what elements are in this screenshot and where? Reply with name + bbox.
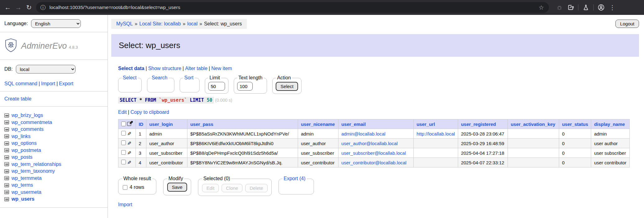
breadcrumb-server-link[interactable]: Local Site: locallab [139,21,181,26]
bookmark-star-icon[interactable]: ☆ [537,4,546,11]
row-select-checkbox[interactable] [121,160,126,164]
table-icon[interactable] [4,190,9,194]
table-link[interactable]: wp_terms [12,182,33,188]
create-table-link[interactable]: Create table [4,96,31,101]
table-link[interactable]: wp_users [12,196,34,202]
db-select[interactable]: local [16,65,76,73]
labs-flask-icon[interactable] [581,2,591,12]
sql-star: * [139,97,142,103]
table-icon[interactable] [4,183,9,187]
table-link[interactable]: wp_links [12,134,30,139]
sort-link[interactable]: Sort [184,75,193,80]
row-select-checkbox[interactable] [121,131,126,136]
row-select-checkbox[interactable] [121,140,126,145]
table-link[interactable]: wp_termmeta [12,176,42,181]
column-header-link[interactable]: display_name [594,122,625,127]
url-text[interactable]: localhost:10035/?username=root&db=local&… [49,5,537,10]
table-link[interactable]: wp_term_taxonomy [12,168,55,174]
edit-sql-link[interactable]: Edit [118,109,127,115]
select-submit-button[interactable]: Select [276,82,298,91]
table-link[interactable]: wp_options [12,140,37,146]
divider [0,106,108,107]
column-header-link[interactable]: user_email [341,122,366,127]
profile-icon[interactable] [596,2,606,12]
table-icon[interactable] [4,176,9,180]
site-info-icon[interactable]: ⓘ [40,4,46,11]
column-header-link[interactable]: user_status [562,122,588,127]
table-icon[interactable] [4,148,9,152]
browser-menu-icon[interactable]: ⋮ [607,2,617,12]
cell-user-email-link[interactable]: admin@locallab.local [341,131,385,136]
export-results-link[interactable]: Export (4) [284,176,306,181]
column-header-link[interactable]: user_nicename [301,122,335,127]
cell-user-nicename: user_subscriber [298,148,338,158]
breadcrumb-db-link[interactable]: local [187,21,198,26]
forward-icon[interactable]: → [13,2,24,13]
selected-fieldset: Selected (0) Edit Clone Delete [198,176,271,196]
sidebar: Language: English AdminerEvo 4.8.3 DB: [0,15,108,218]
column-header-link[interactable]: ID [139,122,143,127]
cell-user-email-link[interactable]: user_subscriber@locallab.local [341,150,406,156]
import-link[interactable]: Import [41,81,55,86]
select-columns-link[interactable]: Select [123,75,136,80]
column-header-link[interactable]: user_login [149,122,173,127]
divider [0,207,108,208]
bug-extension-icon[interactable] [554,2,564,12]
sql-command-link[interactable]: SQL command [4,81,37,86]
edit-row-link[interactable]: ✎ [127,150,131,156]
edit-row-link[interactable]: ✎ [127,140,131,146]
language-select[interactable]: English [31,19,81,28]
table-link[interactable]: wp_posts [12,154,33,160]
table-link[interactable]: wp_term_relationships [12,162,61,167]
table-icon[interactable] [4,155,9,159]
table-link[interactable]: wp_usermeta [12,189,41,195]
modify-all-icon[interactable]: ✎ [127,121,133,126]
show-structure-link[interactable]: Show structure [148,66,182,71]
copy-to-clipboard-link[interactable]: Copy to clipboard [131,109,169,115]
column-header-link[interactable]: user_pass [190,122,213,127]
table-link[interactable]: wp_brizy_logs [12,113,43,118]
text-length-input[interactable] [237,82,253,91]
cell-user-url-link[interactable]: http://locallab.local [416,131,455,136]
new-item-link[interactable]: New item [211,66,232,71]
save-button[interactable]: Save [167,183,187,192]
search-link[interactable]: Search [152,75,168,80]
breadcrumb-mysql-link[interactable]: MySQL [116,21,133,26]
cell-user-pass: $P$BY8NvYiC2E9w8mMAYJnSGNyd/sB.Jq. [187,158,298,167]
cell-user-registered: 2025-03-28 23:06:47 [458,129,508,139]
table-icon[interactable] [4,141,9,145]
cell-user-email-link[interactable]: user_contributor@locallab.local [341,160,407,165]
table-link[interactable]: wp_comments [12,127,44,132]
cell-display-name: user subscriber [591,148,630,158]
extensions-icon[interactable] [566,2,576,12]
column-header-link[interactable]: user_activation_key [511,122,555,127]
table-link[interactable]: wp_commentmeta [12,120,52,125]
table-icon[interactable] [4,127,9,131]
select-data-link[interactable]: Select data [118,66,144,71]
edit-row-link[interactable]: ✎ [127,131,131,137]
reload-icon[interactable]: ↻ [24,2,34,13]
whole-result-checkbox[interactable] [123,185,127,190]
sidebar-table-item: wp_term_relationships [4,161,108,168]
table-icon[interactable] [4,134,9,138]
export-link[interactable]: Export [59,81,73,86]
address-bar[interactable]: ⓘ localhost:10035/?username=root&db=loca… [36,2,549,13]
alter-table-link[interactable]: Alter table [185,66,208,71]
table-icon[interactable] [4,120,9,124]
edit-row-link[interactable]: ✎ [127,160,131,166]
table-icon[interactable] [4,113,9,118]
row-count-label: 4 rows [130,185,144,190]
import-data-link[interactable]: Import [118,202,132,207]
limit-input[interactable] [208,82,225,91]
back-icon[interactable]: ← [2,2,13,13]
table-icon[interactable] [4,169,9,173]
table-icon[interactable] [4,197,9,201]
row-select-checkbox[interactable] [121,150,126,155]
table-link[interactable]: wp_postmeta [12,148,41,153]
column-header-link[interactable]: user_registered [461,122,496,127]
logout-button[interactable]: Logout [615,20,639,28]
select-all-checkbox[interactable] [121,122,126,126]
cell-user-email-link[interactable]: user_author@locallab.local [341,141,398,146]
column-header-link[interactable]: user_url [416,122,435,127]
table-icon[interactable] [4,162,9,166]
